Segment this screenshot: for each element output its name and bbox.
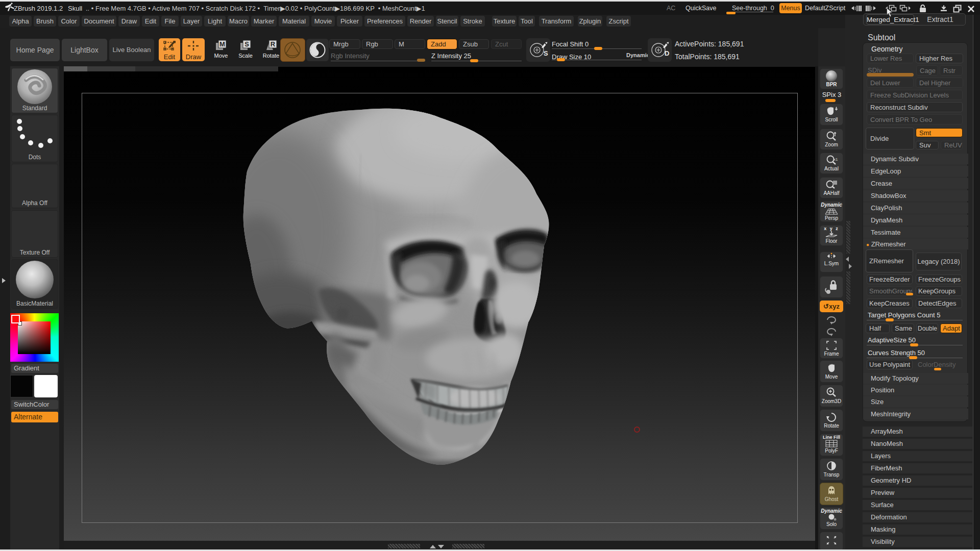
svg-text:D: D bbox=[665, 49, 669, 57]
svg-text:S: S bbox=[544, 49, 548, 57]
svg-text:S: S bbox=[244, 40, 249, 48]
svg-text:x1: x1 bbox=[834, 157, 838, 162]
svg-text:M: M bbox=[219, 40, 225, 48]
svg-text:R: R bbox=[271, 40, 276, 48]
